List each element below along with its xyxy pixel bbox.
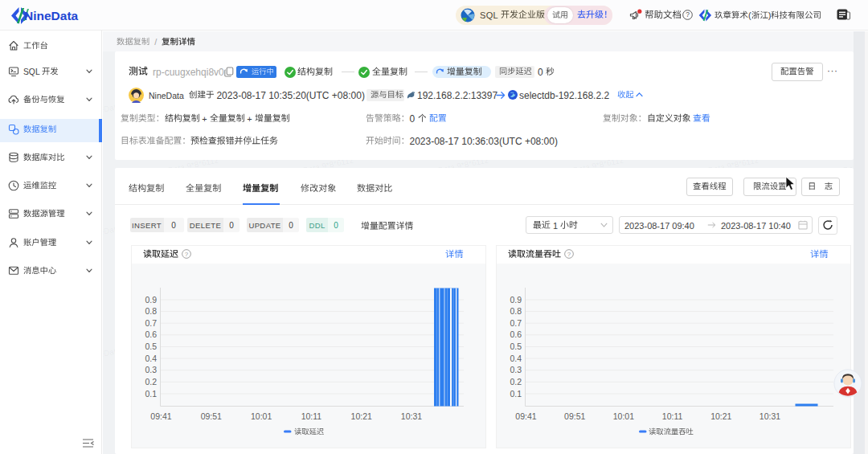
svg-text:0.2: 0.2 xyxy=(510,377,522,387)
svg-text:09:41: 09:41 xyxy=(515,411,536,421)
svg-text:0.9: 0.9 xyxy=(510,295,522,305)
svg-text:10:01: 10:01 xyxy=(613,411,634,421)
svg-text:0.1: 0.1 xyxy=(145,389,157,399)
svg-text:?: ? xyxy=(185,251,189,258)
svg-text:09:51: 09:51 xyxy=(201,411,222,421)
svg-text:0.5: 0.5 xyxy=(145,342,157,351)
svg-text:0.4: 0.4 xyxy=(510,354,522,363)
svg-text:09:41: 09:41 xyxy=(150,411,171,421)
svg-text:0.1: 0.1 xyxy=(510,389,522,399)
svg-text:?: ? xyxy=(686,10,690,18)
svg-text:0.5: 0.5 xyxy=(510,342,522,351)
svg-text:09:51: 09:51 xyxy=(564,411,585,421)
svg-text:0.7: 0.7 xyxy=(510,318,522,328)
svg-text:0.6: 0.6 xyxy=(510,329,522,339)
svg-text:?: ? xyxy=(567,251,571,258)
svg-text:10:31: 10:31 xyxy=(401,411,422,421)
svg-text:0.8: 0.8 xyxy=(510,306,522,316)
svg-text:0.4: 0.4 xyxy=(145,354,157,363)
svg-text:0.8: 0.8 xyxy=(145,306,157,316)
svg-text:10:21: 10:21 xyxy=(710,411,731,421)
svg-text:0.3: 0.3 xyxy=(145,365,157,374)
svg-text:10:31: 10:31 xyxy=(760,411,780,421)
svg-text:0.6: 0.6 xyxy=(145,329,157,339)
svg-text:10:21: 10:21 xyxy=(351,411,372,421)
svg-text:10:01: 10:01 xyxy=(251,411,272,421)
svg-text:0.3: 0.3 xyxy=(510,365,522,374)
svg-text:0.2: 0.2 xyxy=(145,377,157,387)
svg-text:0.9: 0.9 xyxy=(145,295,157,305)
svg-text:10:11: 10:11 xyxy=(301,411,322,421)
svg-text:0.7: 0.7 xyxy=(145,318,157,328)
svg-text:10:11: 10:11 xyxy=(662,411,683,421)
